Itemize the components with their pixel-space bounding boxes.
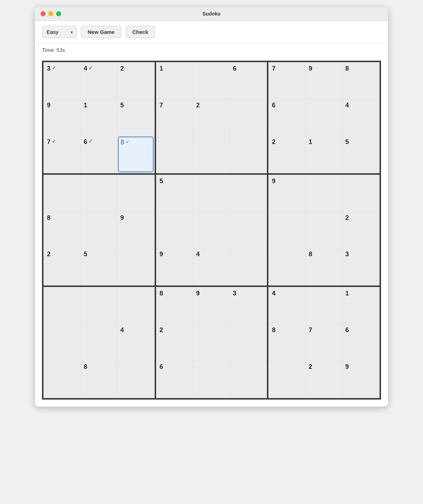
cell-3-5[interactable]: 9 (118, 212, 154, 248)
cell-1-4[interactable]: 2 (194, 100, 230, 136)
cell-3-8[interactable] (118, 249, 154, 284)
cell-3-3[interactable]: 8 (44, 212, 80, 248)
cell-5-0[interactable]: 9 (269, 176, 305, 211)
cell-2-0[interactable]: 7 (269, 63, 305, 99)
cell-0-1[interactable]: 4✓ (81, 63, 117, 99)
cell-4-0[interactable]: 5 (157, 176, 193, 211)
cell-3-4[interactable] (81, 212, 117, 248)
cell-2-8[interactable]: 5 (343, 137, 379, 172)
cell-content: 5 (84, 251, 87, 258)
check-button[interactable]: Check (126, 26, 155, 38)
cell-number: 6 (160, 363, 163, 371)
cell-content: 2 (345, 214, 349, 222)
cell-6-6[interactable] (44, 361, 80, 397)
new-game-button[interactable]: New Game (81, 26, 121, 38)
cell-0-4[interactable]: 1 (81, 100, 117, 136)
cell-0-2[interactable]: 2 (118, 63, 154, 99)
cell-7-1[interactable]: 9 (194, 288, 230, 324)
cell-content: 6 (272, 102, 275, 109)
cell-4-3[interactable] (157, 212, 193, 248)
cell-4-4[interactable] (194, 212, 230, 248)
cell-1-5[interactable] (230, 100, 266, 136)
difficulty-wrapper: EasyMediumHard (42, 26, 77, 38)
cell-0-8[interactable]: 8✓ (118, 137, 154, 172)
window-title: Sudoku (202, 11, 220, 17)
cell-3-7[interactable]: 5 (81, 249, 117, 284)
maximize-button[interactable] (56, 11, 61, 16)
cell-7-4[interactable] (194, 325, 230, 360)
cell-content: 9 (120, 214, 124, 222)
minimize-button[interactable] (48, 11, 53, 16)
cell-6-3[interactable] (44, 325, 80, 360)
cell-4-1[interactable] (194, 176, 230, 211)
cell-2-7[interactable]: 1 (306, 137, 342, 172)
cell-6-2[interactable] (118, 288, 154, 324)
cell-0-3[interactable]: 9 (44, 100, 80, 136)
cell-4-6[interactable]: 9 (157, 249, 193, 284)
cell-content: 8 (309, 251, 312, 258)
cell-4-8[interactable] (230, 249, 266, 284)
cell-0-5[interactable]: 5 (118, 100, 154, 136)
cell-3-1[interactable] (81, 176, 117, 211)
cell-8-6[interactable] (269, 361, 305, 397)
cell-5-5[interactable]: 2 (343, 212, 379, 248)
cell-5-6[interactable] (269, 249, 305, 284)
cell-1-3[interactable]: 7 (157, 100, 193, 136)
close-button[interactable] (41, 11, 46, 16)
cell-6-7[interactable]: 8 (81, 361, 117, 397)
cell-2-6[interactable]: 2 (269, 137, 305, 172)
cell-5-1[interactable] (306, 176, 342, 211)
cell-6-5[interactable]: 4 (118, 325, 154, 360)
cell-1-7[interactable] (194, 137, 230, 172)
cell-3-0[interactable] (44, 176, 80, 211)
cell-7-7[interactable] (194, 361, 230, 397)
cell-8-4[interactable]: 7 (306, 325, 342, 360)
cell-content: 1 (84, 102, 87, 109)
cell-content: 4 (196, 251, 200, 258)
cell-4-5[interactable] (230, 212, 266, 248)
cell-3-6[interactable]: 2 (44, 249, 80, 284)
cell-7-8[interactable] (230, 361, 266, 397)
cell-6-0[interactable] (44, 288, 80, 324)
difficulty-select[interactable]: EasyMediumHard (42, 26, 77, 38)
cell-5-4[interactable] (306, 212, 342, 248)
cell-5-3[interactable] (269, 212, 305, 248)
cell-7-2[interactable]: 3 (230, 288, 266, 324)
cell-3-2[interactable] (118, 176, 154, 211)
cell-4-2[interactable] (230, 176, 266, 211)
cell-5-8[interactable]: 3 (343, 249, 379, 284)
cell-8-1[interactable] (306, 288, 342, 324)
cell-7-5[interactable] (230, 325, 266, 360)
cell-1-8[interactable] (230, 137, 266, 172)
cell-7-3[interactable]: 2 (157, 325, 193, 360)
cell-number: 5 (120, 102, 124, 109)
cell-5-2[interactable] (343, 176, 379, 211)
cell-8-0[interactable]: 4 (269, 288, 305, 324)
cell-4-7[interactable]: 4 (194, 249, 230, 284)
cell-7-0[interactable]: 8 (157, 288, 193, 324)
cell-2-5[interactable]: 4 (343, 100, 379, 136)
cell-8-3[interactable]: 8 (269, 325, 305, 360)
cell-2-4[interactable] (306, 100, 342, 136)
cell-6-1[interactable] (81, 288, 117, 324)
cell-0-7[interactable]: 6✓ (81, 137, 117, 172)
cell-2-2[interactable]: 8 (343, 63, 379, 99)
cell-2-3[interactable]: 6 (269, 100, 305, 136)
cell-8-7[interactable]: 2 (306, 361, 342, 397)
cell-0-6[interactable]: 7✓ (44, 137, 80, 172)
cell-0-0[interactable]: 3✓ (44, 63, 80, 99)
cell-1-2[interactable]: 6 (230, 63, 266, 99)
cell-6-4[interactable] (81, 325, 117, 360)
cell-content: 3 (233, 290, 236, 297)
cell-1-6[interactable] (157, 137, 193, 172)
cell-1-0[interactable]: 1 (157, 63, 193, 99)
cell-2-1[interactable]: 9 (306, 63, 342, 99)
cell-6-8[interactable] (118, 361, 154, 397)
cell-5-7[interactable]: 8 (306, 249, 342, 284)
cell-8-5[interactable]: 6 (343, 325, 379, 360)
cell-8-2[interactable]: 1 (343, 288, 379, 324)
cell-8-8[interactable]: 9 (343, 361, 379, 397)
cell-number: 3 (47, 65, 50, 72)
cell-7-6[interactable]: 6 (157, 361, 193, 397)
cell-1-1[interactable] (194, 63, 230, 99)
